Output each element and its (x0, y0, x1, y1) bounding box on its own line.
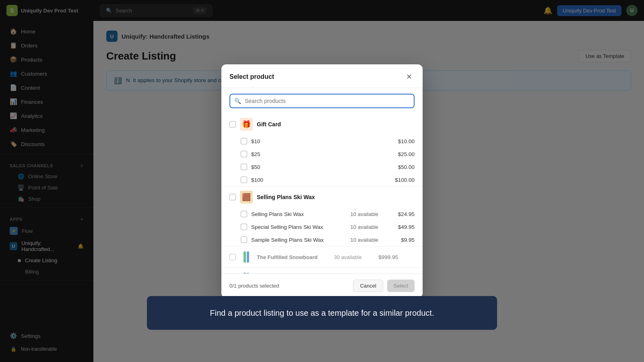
modal-search-input[interactable] (229, 94, 415, 108)
variant-special-ski-wax-checkbox[interactable] (241, 224, 247, 230)
ski-wax-group-checkbox[interactable] (229, 194, 236, 200)
variant-100[interactable]: $100 $100.00 (221, 173, 423, 186)
variant-100-price: $100.00 (382, 177, 415, 183)
variant-50[interactable]: $50 $50.00 (221, 160, 423, 173)
variant-ski-wax-name: Selling Plans Ski Wax (251, 211, 334, 217)
snowboard-group-name: The Fulfilled Snowboard (257, 254, 318, 260)
product-group-ski-wax: 🟫 Selling Plans Ski Wax (221, 187, 423, 208)
variant-50-name: $50 (251, 164, 334, 170)
snowboard-group-checkbox[interactable] (229, 254, 236, 260)
gift-card-group-name: Gift Card (257, 121, 281, 128)
variant-special-ski-wax-name: Special Selling Plans Ski Wax (251, 224, 334, 230)
modal-close-button[interactable]: ✕ (404, 72, 415, 82)
product-group-snowboard-partial: The Fulfilled Snowboard 30 available $99… (221, 247, 423, 267)
variant-ski-wax[interactable]: Selling Plans Ski Wax 10 available $24.9… (221, 208, 423, 220)
variant-sample-ski-wax-name: Sample Selling Plans Ski Wax (251, 237, 334, 243)
variant-ski-wax-checkbox[interactable] (241, 211, 247, 217)
variant-special-ski-wax-avail: 10 available (338, 224, 378, 230)
modal-body: 🎁 Gift Card $10 $10.00 $25 $25.00 $50 $5… (221, 114, 423, 274)
variant-25-name: $25 (251, 151, 334, 157)
variant-sample-ski-wax-price: $9.95 (382, 237, 415, 243)
variant-25-price: $25.00 (382, 151, 415, 157)
modal-search-wrap: 🔍 (221, 88, 423, 114)
tooltip-banner: Find a product listing to use as a templ… (147, 296, 497, 330)
archived-thumb (240, 272, 253, 274)
variant-sample-ski-wax[interactable]: Sample Selling Plans Ski Wax 10 availabl… (221, 233, 423, 246)
product-group-gift-card: 🎁 Gift Card (221, 114, 423, 135)
variant-10-name: $10 (251, 138, 334, 144)
ski-wax-thumb: 🟫 (240, 191, 253, 204)
archived-group-name: The Archived Snowboard · Archived (257, 272, 340, 274)
snowboard-group-avail: 30 available (322, 254, 362, 260)
snowboard-thumb (240, 251, 253, 263)
variant-ski-wax-price: $24.95 (382, 211, 415, 217)
variant-100-checkbox[interactable] (241, 177, 247, 183)
variant-10[interactable]: $10 $10.00 (221, 135, 423, 148)
cancel-button[interactable]: Cancel (353, 280, 383, 292)
variant-ski-wax-avail: 10 available (338, 211, 378, 217)
gift-card-thumb: 🎁 (240, 118, 253, 131)
variant-25-checkbox[interactable] (241, 151, 247, 157)
variant-sample-ski-wax-checkbox[interactable] (241, 237, 247, 243)
variant-10-checkbox[interactable] (241, 138, 247, 144)
select-button[interactable]: Select (387, 280, 415, 292)
variant-sample-ski-wax-avail: 10 available (338, 237, 378, 243)
variant-25[interactable]: $25 $25.00 (221, 148, 423, 160)
modal-footer: 0/1 products selected Cancel Select (221, 274, 423, 298)
gift-card-group-checkbox[interactable] (229, 121, 236, 128)
snowboard-group-price: $999.95 (366, 254, 398, 260)
variant-50-price: $50.00 (382, 164, 415, 170)
selected-count: 0/1 products selected (229, 283, 279, 289)
footer-actions: Cancel Select (353, 280, 415, 292)
variant-special-ski-wax[interactable]: Special Selling Plans Ski Wax 10 availab… (221, 220, 423, 233)
variant-special-ski-wax-price: $49.95 (382, 224, 415, 230)
modal-search-icon: 🔍 (234, 98, 241, 104)
variant-100-name: $100 (251, 177, 334, 183)
select-product-modal: Select product ✕ 🔍 🎁 Gift Card $10 $10.0… (221, 64, 423, 298)
variant-10-price: $10.00 (382, 138, 415, 144)
modal-title: Select product (229, 73, 274, 80)
ski-wax-group-name: Selling Plans Ski Wax (257, 194, 315, 200)
tooltip-text: Find a product listing to use as a templ… (210, 309, 434, 317)
variant-50-checkbox[interactable] (241, 164, 247, 170)
modal-header: Select product ✕ (221, 64, 423, 88)
product-group-archived: The Archived Snowboard · Archived 50 ava… (221, 268, 423, 274)
